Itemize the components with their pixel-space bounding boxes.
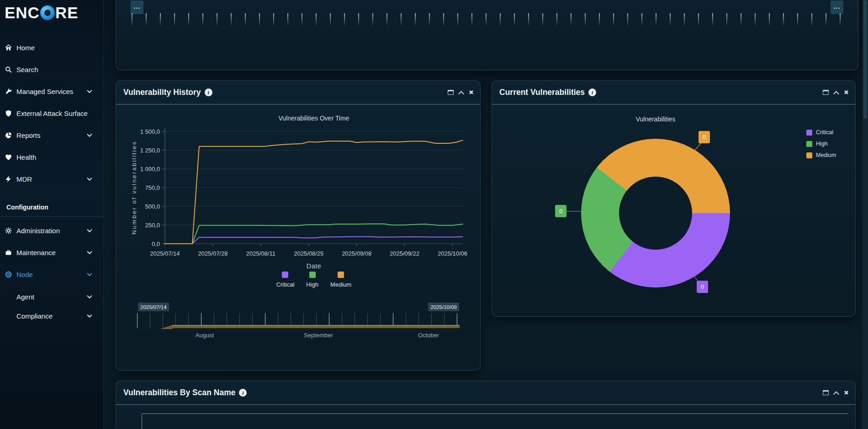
sidebar-item-label: Home [16, 44, 35, 52]
timeline-tick [542, 13, 543, 26]
sidebar-item-administration[interactable]: Administration [0, 220, 103, 241]
legend-item-critical[interactable]: Critical [276, 272, 295, 288]
medium-slice-label: 0 [699, 131, 710, 143]
legend-item-high[interactable]: High [306, 272, 318, 288]
timeline-tick [486, 13, 487, 26]
timeline-tick [302, 13, 302, 26]
timeline-tick [287, 13, 288, 26]
sidebar-item-maintenance[interactable]: Maintenance [0, 241, 103, 263]
range-month-label: September [304, 332, 333, 339]
main-content: ... ... Vulnerability History i ✖ Vulner… [104, 0, 868, 429]
y-tick-label: 250,0 [145, 222, 160, 229]
sidebar-item-search[interactable]: Search [0, 58, 103, 80]
timeline-menu-left-button[interactable]: ... [131, 0, 143, 14]
timeline-tick [415, 13, 416, 26]
logo-text-right: RE [55, 4, 79, 22]
timeline-tick [273, 13, 274, 26]
legend-item-high[interactable]: High [806, 141, 836, 147]
timeline-tick [656, 13, 656, 26]
legend-label: Critical [816, 129, 833, 136]
series-line-medium [165, 140, 463, 244]
collapse-icon[interactable] [833, 391, 839, 397]
maximize-icon[interactable] [448, 90, 454, 95]
legend-label: Medium [816, 152, 836, 158]
collapse-icon[interactable] [833, 91, 839, 97]
scan-chart-y-axis [142, 413, 142, 429]
timeline-tick [514, 13, 515, 26]
sidebar-item-label: Administration [16, 227, 60, 235]
range-end-handle[interactable]: 2025/10/09 [428, 303, 459, 311]
sidebar-item-managed-services[interactable]: Managed Services [0, 80, 103, 102]
timeline-tick [259, 13, 260, 26]
shield-icon [5, 110, 12, 117]
timeline-tick [783, 13, 784, 26]
info-icon[interactable]: i [205, 89, 212, 96]
sidebar-item-compliance[interactable]: Compliance [0, 306, 103, 325]
timeline-tick [160, 13, 161, 26]
sidebar-item-node[interactable]: Node [0, 263, 103, 285]
timeline-menu-right-button[interactable]: ... [831, 0, 843, 14]
timeline-tick [202, 13, 203, 26]
sidebar-item-label: Search [16, 66, 38, 73]
x-tick-label: 2025/07/28 [198, 250, 228, 257]
range-month-label: August [196, 332, 214, 339]
timeline-tick [443, 13, 444, 26]
sidebar-item-agent[interactable]: Agent [0, 287, 103, 306]
sidebar-item-label: MDR [16, 175, 32, 183]
encore-logo[interactable]: ENC RE [0, 0, 103, 22]
home-icon [5, 44, 12, 52]
range-start-handle[interactable]: 2025/07/14 [138, 303, 169, 311]
sidebar-item-health[interactable]: Health [0, 146, 103, 168]
date-range-slider[interactable]: 2025/07/14 2025/10/09 AugustSeptemberOct… [137, 302, 460, 341]
range-area-band [173, 325, 460, 328]
sidebar-item-label: Health [16, 153, 36, 161]
timeline-tick [797, 13, 798, 26]
chevron-down-icon [87, 132, 92, 137]
legend-item-medium[interactable]: Medium [806, 152, 836, 158]
logo-text-left: ENC [5, 4, 40, 22]
sidebar-sub-menu: AgentCompliance [0, 287, 103, 325]
sidebar-item-reports[interactable]: Reports [0, 124, 103, 146]
timeline-ruler[interactable] [132, 13, 844, 26]
info-icon[interactable]: i [239, 389, 247, 397]
maximize-icon[interactable] [823, 90, 829, 95]
sidebar-item-home[interactable]: Home [0, 37, 103, 58]
timeline-tick [174, 13, 175, 26]
series-line-critical [165, 236, 463, 244]
close-icon[interactable]: ✖ [844, 89, 849, 95]
legend-label: Critical [276, 281, 295, 288]
high-slice-label: 0 [555, 205, 566, 217]
scan-chart-top-line [142, 413, 848, 414]
sidebar-menu: HomeSearchManaged ServicesExternal Attac… [0, 37, 103, 190]
collapse-icon[interactable] [458, 91, 464, 97]
legend-label: Medium [330, 281, 351, 288]
scrollbar-thumb[interactable] [863, 0, 867, 119]
target-icon [5, 271, 12, 278]
maximize-icon[interactable] [823, 390, 829, 395]
donut-chart[interactable] [581, 139, 730, 288]
timeline-tick [528, 13, 529, 26]
logo-bulb-icon [40, 5, 55, 20]
timeline-tick [132, 13, 132, 26]
chevron-down-icon [87, 176, 92, 181]
vulnerability-history-title: Vulnerability History [123, 88, 201, 97]
y-tick-label: 1 500,0 [140, 128, 160, 135]
x-tick-label: 2025/09/08 [342, 250, 371, 257]
line-chart-title: Vulnerabilities Over Time [165, 115, 463, 122]
scrollbar[interactable] [863, 0, 868, 429]
x-tick-label: 2025/09/22 [390, 250, 419, 257]
sidebar-item-mdr[interactable]: MDR [0, 168, 103, 190]
current-vulnerabilities-card: Current Vulnerabilities i ✖ Vulnerabilit… [492, 80, 856, 317]
x-tick-label: 2025/10/06 [438, 250, 467, 257]
legend-item-medium[interactable]: Medium [330, 272, 351, 288]
series-line-high [165, 224, 463, 244]
close-icon[interactable]: ✖ [469, 89, 474, 95]
sidebar-item-external-attack-surface[interactable]: External Attack Surface [0, 102, 103, 124]
info-icon[interactable]: i [588, 89, 596, 96]
timeline-tick [826, 13, 826, 26]
timeline-tick [769, 13, 770, 26]
vulnerability-history-header: Vulnerability History i ✖ [116, 81, 480, 105]
legend-item-critical[interactable]: Critical [806, 129, 836, 136]
close-icon[interactable]: ✖ [844, 390, 849, 396]
sidebar-item-label: Maintenance [16, 249, 56, 256]
